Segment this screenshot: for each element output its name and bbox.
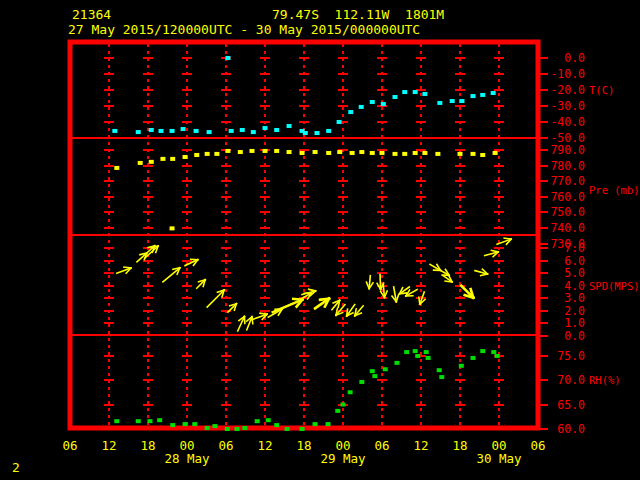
humidity-point: [157, 418, 162, 422]
pressure-point: [300, 151, 305, 155]
page-number: 2: [12, 461, 20, 475]
pressure-point: [225, 149, 230, 153]
hour-label: 06: [530, 438, 545, 453]
right-axis-labels: 0.0-10.0-20.0-30.0-40.0-50.0T(C)790.0780…: [550, 51, 639, 437]
right-axis-ticks: [540, 58, 548, 430]
temperature-tick-label: -40.0: [550, 115, 585, 129]
meteogram-screen: 21364 79.47S 112.11W 1801M 27 May 2015/1…: [0, 0, 640, 480]
day-label: 28 May: [164, 451, 210, 466]
temperature-tick-label: -20.0: [550, 83, 585, 97]
wind_speed-unit-label: SPD(MPS): [589, 280, 640, 292]
humidity-point: [225, 427, 230, 431]
humidity-point: [335, 409, 340, 413]
humidity-point: [439, 375, 444, 379]
temperature-point: [287, 124, 292, 128]
temperature-point: [471, 94, 476, 98]
pressure-point: [250, 149, 255, 153]
temperature-point: [326, 129, 331, 133]
pressure-point: [370, 151, 375, 155]
wind-arrow: [430, 264, 449, 275]
wind-arrow: [197, 280, 205, 288]
temperature-point: [359, 105, 364, 109]
hour-label: 12: [257, 438, 272, 453]
pressure-tick-label: 790.0: [550, 143, 585, 157]
wind-arrow: [392, 287, 398, 302]
pressure-point: [480, 153, 485, 157]
humidity-point: [205, 426, 210, 430]
temperature-point: [159, 129, 164, 133]
pressure-point: [183, 155, 188, 159]
temperature-point: [459, 99, 464, 103]
hour-label: 06: [62, 438, 77, 453]
temperature-tick-label: -30.0: [550, 99, 585, 113]
pressure-point: [287, 150, 292, 154]
humidity-point: [424, 350, 429, 354]
hour-label: 12: [101, 438, 116, 453]
temperature-point: [207, 130, 212, 134]
temperature-point: [225, 56, 230, 60]
pressure-point: [380, 151, 385, 155]
temperature-tick-label: -10.0: [550, 67, 585, 81]
humidity-point: [372, 374, 377, 378]
pressure-tick-label: 770.0: [550, 174, 585, 188]
pressure-point: [413, 151, 418, 155]
humidity-point: [242, 426, 247, 430]
temperature-point: [402, 90, 407, 94]
temperature-point: [170, 129, 175, 133]
wind-arrow: [347, 305, 355, 316]
humidity-point: [266, 418, 271, 422]
pressure-point: [471, 152, 476, 156]
humidity-point: [359, 380, 364, 384]
wind-arrow: [366, 276, 373, 289]
hour-label: 06: [218, 438, 233, 453]
wind-arrow: [228, 304, 236, 312]
pressure-point: [393, 152, 398, 156]
humidity-point: [255, 419, 260, 423]
pressure-point: [359, 150, 364, 154]
temperature-point: [413, 90, 418, 94]
day-label: 30 May: [476, 451, 522, 466]
humidity-point: [183, 422, 188, 426]
pressure-point: [205, 152, 210, 156]
temperature-point: [348, 110, 353, 114]
humidity-tick-label: 70.0: [557, 373, 585, 387]
temperature-point: [370, 100, 375, 104]
pressure-point: [170, 226, 175, 230]
temperature-point: [112, 129, 117, 133]
humidity-point: [413, 349, 418, 353]
temperature-point: [149, 128, 154, 132]
pressure-point: [350, 151, 355, 155]
humidity-point: [326, 422, 331, 426]
temperature-point: [422, 92, 427, 96]
pressure-point: [458, 152, 463, 156]
pressure-tick-label: 740.0: [550, 221, 585, 235]
wind-arrow: [238, 316, 245, 331]
humidity-point: [437, 368, 442, 372]
pressure-point: [274, 149, 279, 153]
temperature-point: [315, 131, 320, 135]
humidity-point: [394, 361, 399, 365]
temperature-point: [303, 131, 308, 135]
hour-label: 18: [140, 438, 155, 453]
temperature-point: [491, 91, 496, 95]
pressure-point: [138, 161, 143, 165]
humidity-point: [426, 356, 431, 360]
humidity-point: [480, 349, 485, 353]
humidity-point: [170, 423, 175, 427]
humidity-series: [114, 349, 499, 431]
humidity-point: [348, 390, 353, 394]
pressure-point: [238, 150, 243, 154]
temperature-tick-label: 0.0: [564, 51, 585, 65]
humidity-point: [235, 427, 240, 431]
temperature-point: [274, 128, 279, 132]
time-axis-labels: 0612180006121800061218000628 May29 May30…: [62, 438, 545, 466]
pressure-series: [114, 149, 497, 230]
humidity-point: [285, 427, 290, 431]
pressure-point: [160, 157, 165, 161]
hour-label: 18: [296, 438, 311, 453]
pressure-point: [263, 149, 268, 153]
temperature-point: [251, 130, 256, 134]
humidity-point: [192, 422, 197, 426]
humidity-point: [300, 427, 305, 431]
humidity-point: [341, 403, 346, 407]
